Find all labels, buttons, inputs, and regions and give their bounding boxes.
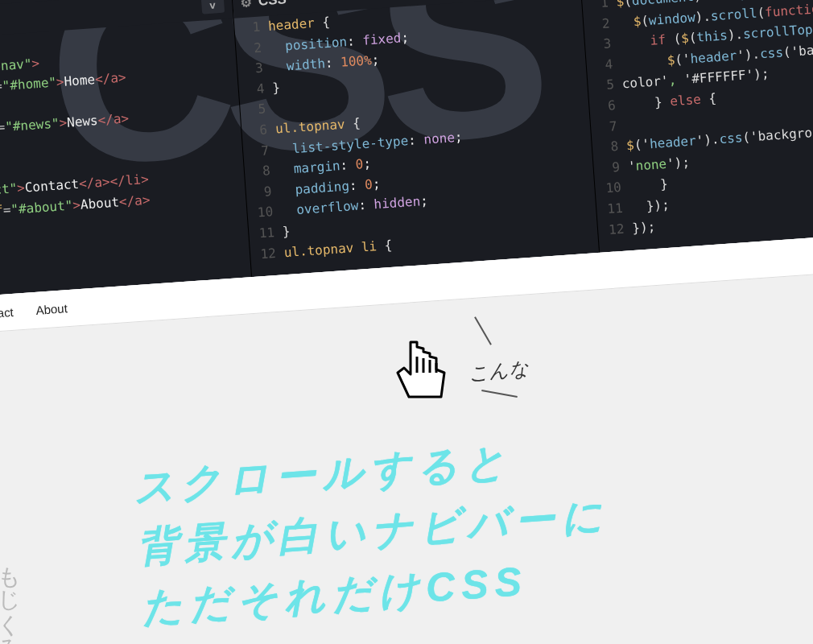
js-code-area[interactable]: 1$(document).ready(function() 2 $(window… xyxy=(582,0,813,249)
pane-label-css: CSS xyxy=(258,0,287,10)
pane-html: ⚙ ML v <header> <ul class="topnav"> <li>… xyxy=(0,0,251,301)
html-code-area[interactable]: <header> <ul class="topnav"> <li><a href… xyxy=(0,19,250,298)
chevron-down-icon[interactable]: v xyxy=(200,0,224,14)
css-code-area[interactable]: 1header { 2 position: fixed; 3 width: 10… xyxy=(233,0,599,273)
pane-js: ⚙ JS v 1$(document).ready(function() 2 $… xyxy=(579,0,813,253)
site-logo: もじくみ xyxy=(0,551,19,644)
nav-item[interactable]: About xyxy=(35,301,68,317)
nav-item[interactable]: Contact xyxy=(0,305,14,322)
headline-block: スクロールすると 背景が白いナビバーに ただそれだけCSS xyxy=(131,425,614,638)
hand-cursor-icon xyxy=(386,334,459,426)
pane-css: ⚙ CSS v 1header { 2 position: fixed; 3 w… xyxy=(231,0,600,277)
gear-icon[interactable]: ⚙ xyxy=(240,0,252,10)
